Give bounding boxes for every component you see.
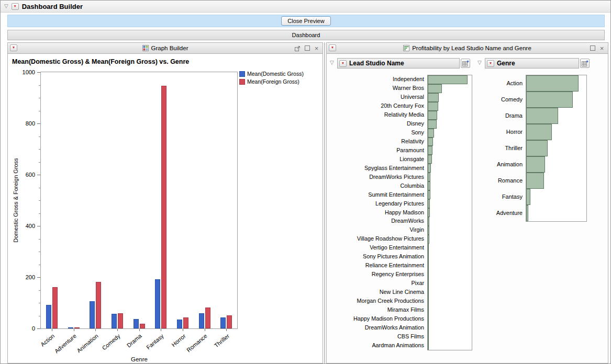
category-label[interactable]: Adventure [496,210,523,216]
bar-Thriller[interactable] [220,317,226,328]
bar-Sony[interactable] [428,129,434,138]
category-label[interactable]: DreamWorks Pictures [369,174,424,180]
bar-Animation[interactable] [96,282,101,328]
category-label[interactable]: Disney [407,120,424,127]
close-preview-button[interactable]: Close Preview [281,16,330,26]
category-label[interactable]: Animation [497,161,523,167]
category-label[interactable]: Miramax Films [387,306,424,313]
bar-Animation[interactable] [526,156,545,173]
bar-Horror[interactable] [526,124,552,140]
bar-Miramax Films[interactable] [428,305,429,314]
data-table-icon-button[interactable] [461,59,470,68]
bar-Animation[interactable] [90,301,95,328]
bar-Aardman Animations[interactable] [428,341,429,350]
category-label[interactable]: 20th Century Fox [381,103,424,109]
disclosure-triangle[interactable]: ▽ [4,4,8,9]
maximize-icon[interactable] [589,45,596,52]
bar-Drama[interactable] [134,319,139,328]
category-label[interactable]: Sony Pictures Animation [363,253,424,259]
bar-Pixar[interactable] [428,279,429,288]
category-label[interactable]: Morgan Creek Productions [357,298,424,304]
bar-Relativity[interactable] [428,138,433,146]
red-triangle-menu[interactable]: ▼ [12,3,19,10]
category-label[interactable]: Comedy [501,96,523,103]
bar-Morgan Creek Productions[interactable] [428,297,429,305]
bar-Universal[interactable] [428,93,439,102]
bar-Summit Entertainment[interactable] [428,190,430,199]
red-triangle-menu[interactable]: ▼ [487,60,494,67]
bar-Drama[interactable] [526,108,558,124]
category-label[interactable]: Happy Madison Productions [353,315,424,322]
category-label[interactable]: Relativity Media [384,111,424,118]
plot-area[interactable] [40,72,238,329]
red-triangle-menu[interactable]: ▼ [339,60,347,67]
bar-Action[interactable] [46,305,51,328]
bar-Legendary Pictures[interactable] [428,199,430,208]
bar-Happy Madison Productions[interactable] [428,314,429,323]
bar-Village Roadshow Pictures[interactable] [428,235,429,244]
category-label[interactable]: Universal [401,94,424,100]
category-label[interactable]: Columbia [400,183,424,189]
category-label[interactable]: Pixar [411,280,424,286]
bar-Comedy[interactable] [112,314,117,328]
legend-item[interactable]: Mean(Domestic Gross) [239,71,304,77]
category-label[interactable]: CBS Films [397,333,424,339]
bar-Romance[interactable] [526,173,544,189]
bar-Fantasy[interactable] [161,86,166,328]
bar-Happy Madison[interactable] [428,208,430,217]
category-label[interactable]: Romance [498,177,523,184]
bar-Adventure[interactable] [68,327,73,328]
popout-icon[interactable] [294,45,301,52]
bar-DreamWorks Pictures[interactable] [428,173,430,181]
category-label[interactable]: Paramount [396,147,424,153]
close-icon[interactable]: × [598,45,605,52]
category-label[interactable]: Thriller [505,145,523,151]
bar-Spyglass Entertainment[interactable] [428,164,431,173]
bar-Virgin[interactable] [428,226,429,235]
bar-Paramount[interactable] [428,146,432,155]
bar-Action[interactable] [52,287,58,328]
bar-CBS Films[interactable] [428,332,429,341]
bar-Columbia[interactable] [428,181,430,190]
data-table-icon-button[interactable] [580,59,590,68]
category-label[interactable]: DreamWorks Animation [365,324,424,331]
category-label[interactable]: Sony [411,129,424,135]
bar-Comedy[interactable] [526,92,573,108]
bar-20th Century Fox[interactable] [428,102,438,111]
bar-DreamWorks[interactable] [428,217,429,226]
bar-New Line Cinema[interactable] [428,288,429,297]
legend-item[interactable]: Mean(Foreign Gross) [239,78,304,85]
bar-Action[interactable] [526,75,579,92]
category-label[interactable]: Horror [506,129,523,135]
category-label[interactable]: Village Roadshow Pictures [357,235,424,242]
category-label[interactable]: Vertigo Entertainment [370,244,424,251]
bar-Vertigo Entertainment[interactable] [428,244,429,253]
category-label[interactable]: Reliance Entertainment [365,262,424,268]
category-label[interactable]: New Line Cinema [380,289,424,295]
bar-Reliance Entertainment[interactable] [428,261,429,270]
bar-Romance[interactable] [199,313,204,328]
bar-Drama[interactable] [140,324,145,328]
close-icon[interactable]: × [313,45,320,52]
bar-Lionsgate[interactable] [428,155,432,164]
genre-bar-chart[interactable] [526,75,587,222]
category-label[interactable]: Action [506,80,523,86]
category-label[interactable]: Relativity [401,138,424,144]
category-label[interactable]: Lionsgate [399,156,424,162]
bar-Regency Enterprises[interactable] [428,270,429,279]
bar-Horror[interactable] [177,320,182,328]
studio-bar-chart[interactable] [427,75,472,350]
bar-Sony Pictures Animation[interactable] [428,253,429,261]
category-label[interactable]: Independent [393,76,424,82]
bar-Adventure[interactable] [74,327,80,328]
category-label[interactable]: Fantasy [502,194,523,200]
bar-Warner Bros[interactable] [428,84,442,93]
bar-DreamWorks Animation[interactable] [428,323,429,332]
bar-Romance[interactable] [205,308,210,328]
disclosure-triangle[interactable]: ▽ [330,60,334,65]
bar-Relativity Media[interactable] [428,111,437,120]
category-label[interactable]: DreamWorks [391,218,424,224]
category-label[interactable]: Warner Bros [393,85,424,91]
bar-Independent[interactable] [428,75,468,84]
panel-divider[interactable] [324,42,325,363]
